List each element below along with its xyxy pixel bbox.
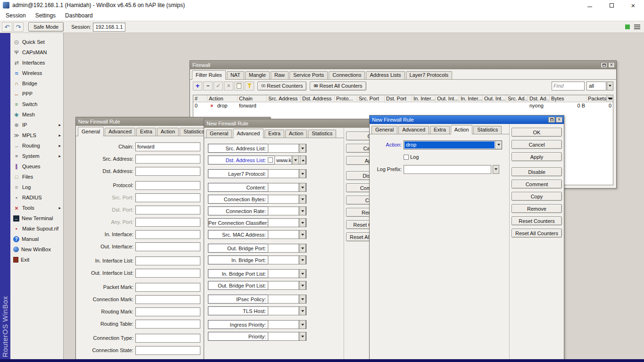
- up-button[interactable]: [300, 156, 306, 165]
- field-input[interactable]: [268, 230, 299, 239]
- sidebar-item[interactable]: Log: [10, 182, 63, 192]
- dropdown-button[interactable]: [299, 206, 306, 215]
- dropdown-button[interactable]: [299, 169, 306, 178]
- dropdown-button[interactable]: [299, 230, 306, 239]
- dialog-tab[interactable]: Advanced: [233, 129, 264, 138]
- add-icon[interactable]: +: [193, 82, 202, 90]
- comment-icon[interactable]: [234, 82, 244, 90]
- column-header[interactable]: In. Inter...: [412, 95, 436, 102]
- field-checkbox[interactable]: [268, 157, 273, 163]
- dialog-tab[interactable]: General: [372, 126, 397, 134]
- dropdown-button[interactable]: [299, 320, 306, 329]
- sidebar-item[interactable]: Switch: [10, 99, 63, 109]
- dropdown-button[interactable]: [299, 218, 306, 227]
- field-input[interactable]: [135, 334, 200, 343]
- dropdown-button[interactable]: [299, 195, 306, 204]
- field-input[interactable]: [268, 206, 299, 215]
- menu-item[interactable]: Settings: [31, 11, 60, 20]
- field-input[interactable]: [135, 295, 200, 304]
- close-button[interactable]: ×: [622, 0, 644, 10]
- sidebar-item[interactable]: Routing ▸: [10, 140, 63, 151]
- dialog-button[interactable]: Copy: [512, 192, 562, 201]
- dialog-tab[interactable]: Extra: [136, 128, 156, 136]
- sidebar-item[interactable]: Files: [10, 172, 63, 182]
- column-header[interactable]: Dst. Port: [385, 95, 412, 102]
- firewall-tab[interactable]: Address Lists: [366, 71, 405, 79]
- field-input[interactable]: [268, 320, 299, 329]
- sidebar-item[interactable]: Make Supout.rif: [10, 223, 63, 234]
- menu-toggle-icon[interactable]: [634, 25, 640, 29]
- field-input[interactable]: [135, 242, 200, 251]
- field-input[interactable]: [268, 169, 299, 178]
- field-input[interactable]: [135, 346, 200, 355]
- field-input[interactable]: [135, 193, 200, 202]
- sidebar-item[interactable]: Manual: [10, 234, 63, 244]
- firewall-tab[interactable]: Service Ports: [289, 71, 328, 79]
- column-select-button[interactable]: [606, 95, 613, 102]
- safe-mode-button[interactable]: Safe Mode: [28, 22, 64, 32]
- chevron-down-icon[interactable]: [495, 141, 502, 149]
- column-header[interactable]: Src. Address: [267, 95, 301, 102]
- dropdown-button[interactable]: [299, 295, 306, 304]
- dialog-button[interactable]: Reset All Counters: [512, 229, 562, 238]
- field-input[interactable]: [135, 256, 200, 265]
- dialog-button[interactable]: Apply: [512, 152, 562, 161]
- dialog-tab[interactable]: Action: [285, 130, 307, 138]
- field-input[interactable]: [268, 183, 299, 192]
- sidebar-item[interactable]: Mesh: [10, 109, 63, 120]
- dropdown-button[interactable]: [493, 165, 499, 174]
- dialog-tab[interactable]: General: [206, 130, 232, 138]
- sidebar-item[interactable]: Interfaces: [10, 58, 63, 68]
- sidebar-item[interactable]: System ▸: [10, 151, 63, 161]
- column-header[interactable]: Action: [207, 95, 238, 102]
- column-header[interactable]: Dst. Ad...: [528, 95, 550, 102]
- firewall-titlebar[interactable]: Firewall ×: [190, 61, 616, 69]
- firewall-tab[interactable]: Filter Rules: [192, 70, 226, 80]
- dropdown-button[interactable]: [299, 332, 306, 341]
- field-input[interactable]: [268, 332, 299, 341]
- firewall-tab[interactable]: Layer7 Protocols: [406, 71, 453, 79]
- dialog-button[interactable]: Remove: [512, 204, 562, 213]
- column-header[interactable]: Proto...: [335, 95, 357, 102]
- dropdown-button[interactable]: [299, 255, 306, 264]
- filter-icon[interactable]: [245, 82, 254, 90]
- dialog-tab[interactable]: Extra: [264, 130, 284, 138]
- dropdown-button[interactable]: [299, 306, 306, 315]
- firewall-tab[interactable]: Mangle: [245, 71, 270, 79]
- column-header[interactable]: Dst. Address: [301, 95, 335, 102]
- field-input[interactable]: [135, 218, 200, 227]
- firewall-tab[interactable]: Connections: [329, 71, 365, 79]
- filter-scope-select[interactable]: all: [586, 82, 613, 90]
- column-header[interactable]: #: [193, 95, 207, 102]
- dialog-tab[interactable]: Statistics: [473, 126, 502, 134]
- field-input[interactable]: [268, 144, 299, 153]
- undo-button[interactable]: ↶: [2, 22, 12, 32]
- sidebar-item[interactable]: PPP: [10, 89, 63, 99]
- dropdown-button[interactable]: [292, 156, 299, 165]
- dialog-button[interactable]: Comment: [512, 180, 562, 189]
- sidebar-item[interactable]: New WinBox: [10, 244, 63, 255]
- field-input[interactable]: forward: [135, 142, 200, 151]
- dialog-tab[interactable]: Advanced: [105, 128, 135, 136]
- firewall-rule-row[interactable]: 0 ×drop forward nyong 0 B 0: [193, 102, 613, 109]
- chevron-down-icon[interactable]: [607, 82, 613, 90]
- firewall-close-button[interactable]: ×: [608, 62, 615, 68]
- dropdown-button[interactable]: [299, 144, 306, 153]
- dialog-titlebar[interactable]: New Firewall Rule ×: [370, 115, 564, 124]
- firewall-tab[interactable]: NAT: [227, 71, 244, 79]
- reset-all-counters-button[interactable]: 00 Reset All Counters: [310, 82, 366, 90]
- disable-icon[interactable]: ×: [224, 82, 233, 90]
- dialog-button[interactable]: Reset Counters: [512, 216, 562, 225]
- minimize-button[interactable]: [579, 0, 601, 10]
- field-input[interactable]: [135, 230, 200, 239]
- session-value-field[interactable]: 192.168.1.1: [93, 23, 125, 32]
- field-input[interactable]: [135, 181, 200, 190]
- dialog-tab[interactable]: Extra: [430, 126, 450, 134]
- dialog-button[interactable]: Disable: [512, 167, 562, 176]
- field-input[interactable]: [268, 244, 299, 253]
- column-header[interactable]: Out. Int...: [483, 95, 506, 102]
- sidebar-item[interactable]: Quick Set: [10, 37, 63, 47]
- sidebar-item[interactable]: RADIUS: [10, 192, 63, 203]
- maximize-button[interactable]: [601, 0, 622, 10]
- firewall-maximize-button[interactable]: [601, 62, 607, 68]
